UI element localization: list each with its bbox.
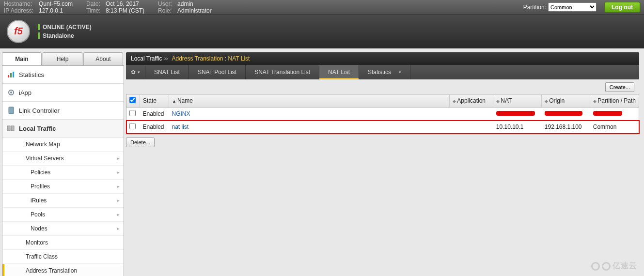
status-indicator-icon	[38, 32, 40, 39]
ip-value: 127.0.0.1	[39, 7, 63, 14]
cell-name-link[interactable]: nat list	[169, 121, 450, 134]
date-label: Date:	[86, 0, 106, 7]
nav-statistics[interactable]: Statistics	[2, 66, 124, 84]
top-bar: Hostname:Qunt-F5.com IP Address:127.0.0.…	[0, 0, 644, 15]
col-name[interactable]: ▲Name	[169, 94, 450, 107]
nat-table: State ▲Name ◆Application ◆NAT ◆Origin ◆P…	[126, 94, 639, 134]
cell-application	[450, 107, 493, 121]
logout-button[interactable]: Log out	[604, 2, 640, 13]
sub-nav: Network Map Virtual Servers▸ Policies▸ P…	[2, 138, 124, 276]
row-checkbox[interactable]	[129, 123, 136, 129]
tab-about[interactable]: About	[83, 52, 123, 65]
sort-asc-icon: ▲	[172, 99, 176, 104]
settings-menu[interactable]: ✿ ▾	[126, 65, 145, 79]
cell-origin: 192.168.1.100	[542, 121, 590, 134]
col-partition[interactable]: ◆Partition / Path	[590, 94, 639, 107]
status-line-2: Standalone	[43, 31, 74, 40]
create-button[interactable]: Create...	[605, 82, 634, 92]
tab-nat-list[interactable]: NAT List	[319, 65, 359, 79]
crumb-root: Local Traffic	[131, 55, 162, 62]
hostname-label: Hostname:	[4, 0, 39, 7]
tab-help[interactable]: Help	[43, 52, 82, 65]
svg-rect-0	[8, 75, 9, 77]
chevron-right-icon: ▸	[117, 198, 120, 203]
nav-local-traffic[interactable]: Local Traffic	[2, 120, 124, 138]
col-application[interactable]: ◆Application	[450, 94, 493, 107]
tabstrip: ✿ ▾ SNAT List SNAT Pool List SNAT Transl…	[126, 65, 639, 79]
subnav-traffic-class[interactable]: Traffic Class	[2, 250, 124, 264]
caret-down-icon: ▾	[138, 70, 140, 75]
nav-link-controller[interactable]: Link Controller	[2, 102, 124, 120]
subnav-irules[interactable]: iRules▸	[2, 194, 124, 208]
col-state[interactable]: State	[140, 94, 169, 107]
user-value: admin	[177, 0, 193, 7]
sort-icon: ◆	[453, 99, 456, 104]
subnav-monitors[interactable]: Monitors	[2, 236, 124, 250]
partition-label: Partition:	[523, 4, 546, 11]
row-checkbox[interactable]	[129, 110, 136, 116]
chevron-right-icon: ▸	[117, 156, 120, 161]
svg-rect-1	[10, 73, 12, 77]
time-label: Time:	[86, 7, 106, 14]
col-origin[interactable]: ◆Origin	[542, 94, 590, 107]
status-indicator-icon	[38, 24, 40, 30]
content-panel: Local Traffic ›› Address Translation : N…	[126, 48, 644, 276]
cell-nat	[493, 107, 542, 121]
col-checkbox	[126, 94, 140, 107]
table-row: Enabled nat list 10.10.10.1 192.168.1.10…	[126, 121, 639, 134]
crumb-sep-icon: ››	[164, 55, 168, 62]
host-group: Hostname:Qunt-F5.com IP Address:127.0.0.…	[4, 0, 73, 14]
tab-snat-list[interactable]: SNAT List	[145, 65, 189, 79]
select-all-checkbox[interactable]	[129, 97, 136, 103]
user-label: User:	[158, 0, 177, 7]
time-value: 8:13 PM (CST)	[106, 7, 144, 14]
subnav-network-map[interactable]: Network Map	[2, 138, 124, 152]
partition-select[interactable]: Common	[548, 2, 597, 12]
redacted-mark	[593, 111, 622, 116]
f5-logo: f5	[7, 20, 30, 43]
cell-application	[450, 121, 493, 134]
svg-rect-2	[13, 72, 14, 77]
subnav-policies[interactable]: Policies▸	[2, 166, 124, 180]
user-group: User:admin Role:Administrator	[158, 0, 212, 14]
svg-point-4	[10, 92, 12, 93]
crumb-current: Address Translation : NAT List	[172, 55, 250, 62]
cell-partition	[590, 107, 639, 121]
left-panel: Main Help About Statistics iApp Link Con…	[0, 48, 126, 276]
subnav-address-translation[interactable]: Address Translation	[2, 264, 124, 276]
svg-rect-7	[11, 126, 14, 131]
nav-iapp[interactable]: iApp	[2, 84, 124, 102]
chevron-right-icon: ▸	[117, 226, 120, 231]
content-area: Create... State ▲Name ◆Application ◆NAT …	[126, 79, 639, 148]
redacted-mark	[496, 111, 535, 116]
cell-name-link[interactable]: NGINX	[169, 107, 450, 121]
left-nav: Statistics iApp Link Controller Local Tr…	[2, 65, 124, 276]
servers-icon	[6, 124, 16, 132]
delete-button[interactable]: Delete...	[126, 138, 155, 147]
sort-icon: ◆	[545, 99, 548, 104]
nav-label: Link Controller	[19, 107, 60, 114]
subnav-pools[interactable]: Pools▸	[2, 208, 124, 222]
date-value: Oct 16, 2017	[106, 0, 139, 7]
tab-snat-pool-list[interactable]: SNAT Pool List	[189, 65, 246, 79]
subnav-virtual-servers[interactable]: Virtual Servers▸	[2, 152, 124, 166]
tab-snat-translation-list[interactable]: SNAT Translation List	[246, 65, 319, 79]
svg-rect-5	[9, 107, 14, 114]
breadcrumb: Local Traffic ›› Address Translation : N…	[126, 52, 639, 65]
tab-main[interactable]: Main	[2, 52, 42, 65]
server-icon	[6, 107, 16, 114]
chevron-right-icon: ▸	[117, 184, 120, 189]
nav-label: iApp	[19, 89, 31, 96]
subnav-nodes[interactable]: Nodes▸	[2, 222, 124, 236]
subnav-profiles[interactable]: Profiles▸	[2, 180, 124, 194]
caret-down-icon: ▾	[399, 70, 401, 75]
status-line-1: ONLINE (ACTIVE)	[43, 23, 92, 31]
gear-icon	[6, 89, 16, 96]
cell-state: Enabled	[140, 121, 169, 134]
cell-state: Enabled	[140, 107, 169, 121]
col-nat[interactable]: ◆NAT	[493, 94, 542, 107]
tab-statistics[interactable]: Statistics▾	[359, 65, 410, 79]
table-row: Enabled NGINX	[126, 107, 639, 121]
svg-rect-6	[7, 126, 10, 131]
chart-icon	[6, 71, 16, 78]
